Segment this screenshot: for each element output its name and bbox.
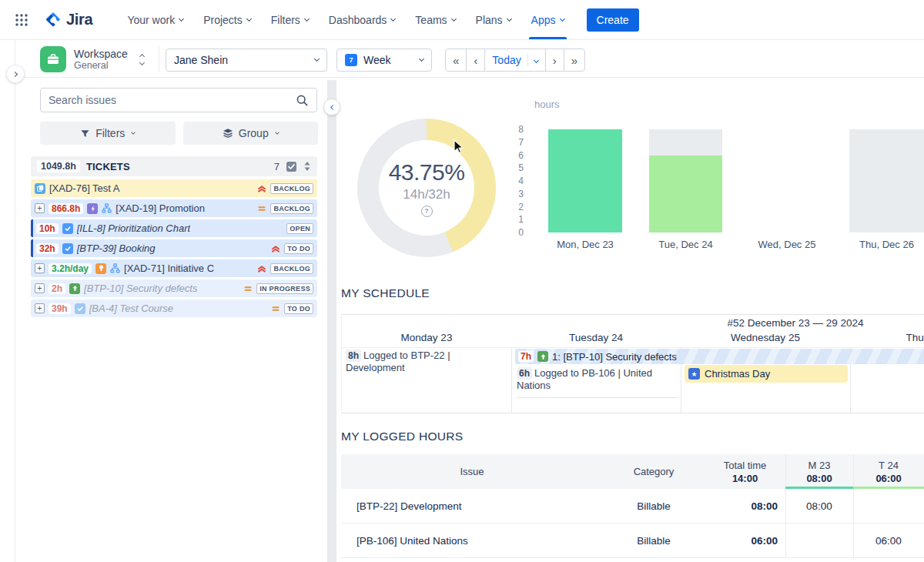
search-icon[interactable] — [296, 94, 309, 107]
utilization-donut-chart[interactable]: 43.75% 14h/32h ? — [357, 119, 496, 257]
bolt-icon — [87, 203, 98, 214]
status-badge: BACKLOG — [270, 183, 313, 194]
nav-item-teams[interactable]: Teams — [405, 0, 465, 39]
column-header-category[interactable]: Category — [603, 465, 705, 478]
improvement-icon — [69, 283, 80, 294]
y-axis-tick: 2 — [505, 201, 524, 213]
status-badge: IN PROGRESS — [256, 283, 313, 294]
logged-work-item[interactable]: 6hLogged to PB-106 | United Nations — [517, 367, 678, 398]
logged-hours-heading: MY LOGGED HOURS — [341, 430, 463, 443]
nav-item-label: Filters — [271, 14, 300, 26]
nav-item-dashboards[interactable]: Dashboards — [319, 0, 406, 39]
schedule-heading: MY SCHEDULE — [341, 286, 430, 300]
nav-item-label: Teams — [415, 14, 447, 26]
logged-hours-badge: 6h — [517, 367, 532, 380]
fast-forward-button[interactable]: » — [564, 49, 585, 72]
priority-highest-icon — [257, 184, 266, 193]
expand-icon[interactable]: + — [35, 203, 45, 213]
row-issue: [PB-106] United Nations — [341, 535, 603, 547]
status-badge: BACKLOG — [270, 203, 313, 214]
today-label: Today — [492, 54, 521, 66]
nav-item-your-work[interactable]: Your work — [117, 0, 193, 39]
nav-item-plans[interactable]: Plans — [466, 0, 521, 39]
jira-logo-icon — [45, 11, 62, 28]
nav-item-apps[interactable]: Apps — [521, 0, 574, 39]
ticket-row[interactable]: 10h[ILL-8] Prioritization ChartOPEN — [31, 219, 317, 237]
group-button[interactable]: Group — [183, 122, 319, 145]
capacity-bar[interactable] — [649, 129, 722, 156]
panel-resize-stripe[interactable] — [327, 80, 336, 562]
app-switcher-icon[interactable] — [11, 12, 32, 28]
nav-item-filters[interactable]: Filters — [261, 0, 319, 39]
ticket-summary: [XAD-76] Test A — [49, 182, 120, 194]
button-divider — [527, 54, 528, 66]
period-select[interactable]: 7 Week — [336, 49, 432, 72]
column-header-issue[interactable]: Issue — [341, 465, 603, 478]
scheduled-task-bar[interactable]: 7h 1: [BTP-10] Security defects — [515, 349, 924, 364]
sort-icon[interactable] — [303, 161, 311, 172]
column-header-day1[interactable]: M 23 08:00 — [785, 459, 853, 485]
holiday-event[interactable]: ★ Christmas Day — [685, 365, 848, 383]
logged-hours-row[interactable]: [PB-106] United NationsBillable06:0006:0… — [341, 524, 924, 558]
hierarchy-icon — [110, 263, 120, 273]
briefcase-icon — [46, 52, 60, 66]
x-axis-label: Wed, Dec 25 — [737, 239, 837, 250]
today-button[interactable]: Today — [484, 49, 545, 72]
sidebar-button-row: Filters Group — [40, 122, 318, 145]
fast-backward-button[interactable]: « — [445, 49, 467, 72]
tickets-section-header[interactable]: 1049.8h TICKETS 7 — [31, 156, 317, 176]
ticket-row[interactable]: 32h[BTP-39] BookingTO DO — [31, 239, 317, 257]
expand-icon[interactable]: + — [35, 283, 45, 293]
hierarchy-icon — [102, 203, 112, 213]
ticket-row[interactable]: [XAD-76] Test ABACKLOG — [31, 179, 317, 197]
chevron-down-icon — [419, 56, 424, 62]
expand-icon[interactable]: + — [35, 303, 45, 313]
collapse-left-panel-button[interactable] — [323, 99, 340, 115]
priority-medium-icon — [271, 304, 280, 313]
task-icon — [75, 303, 85, 314]
chevron-right-icon — [12, 71, 17, 76]
jira-logo[interactable]: Jira — [40, 11, 97, 28]
select-all-checkbox-icon[interactable] — [286, 161, 297, 172]
create-button[interactable]: Create — [587, 8, 639, 32]
logged-hours-bar[interactable] — [548, 129, 622, 232]
chevron-down-icon — [246, 15, 252, 21]
ticket-row[interactable]: +866.8h[XAD-19] PromotionBACKLOG — [31, 199, 317, 217]
search-input[interactable] — [49, 94, 296, 106]
row-total: 08:00 — [705, 500, 785, 512]
y-axis-tick: 5 — [505, 162, 524, 174]
ticket-row[interactable]: +2h[BTP-10] Security defectsIN PROGRESS — [31, 279, 317, 297]
ticket-row[interactable]: +3.2h/day[XAD-71] Initiative CBACKLOG — [31, 259, 317, 277]
ticket-row[interactable]: +39h[BA-4] Test CourseTO DO — [31, 299, 317, 317]
workspace-title: Workspace — [74, 48, 128, 60]
column-header-day2[interactable]: T 24 06:00 — [853, 459, 924, 485]
logged-hours-row[interactable]: [BTP-22] DevelopmentBillable08:0008:00 — [341, 489, 924, 524]
forward-button[interactable]: › — [545, 49, 564, 72]
holiday-star-icon: ★ — [688, 368, 700, 380]
user-select-value: Jane Shein — [174, 54, 228, 66]
filters-button[interactable]: Filters — [40, 122, 176, 145]
column-header-total[interactable]: Total time 14:00 — [705, 459, 785, 485]
expand-left-panel-button[interactable] — [6, 65, 25, 83]
ticket-summary: [ILL-8] Prioritization Chart — [77, 222, 190, 234]
week-label: #52 December 23 — 29 2024 — [727, 317, 863, 329]
capacity-bar[interactable] — [849, 129, 924, 232]
status-badge: BACKLOG — [270, 263, 313, 274]
help-icon[interactable]: ? — [421, 206, 433, 217]
logged-work-item[interactable]: 8hLogged to BTP-22 | Development — [346, 350, 509, 374]
total-value: 14:00 — [705, 472, 785, 485]
ticket-summary: [BTP-10] Security defects — [84, 283, 197, 294]
logged-hours-bar[interactable] — [649, 156, 722, 233]
user-select[interactable]: Jane Shein — [166, 49, 327, 72]
bar-chart-axis-title: hours — [534, 99, 560, 110]
workspace-selector[interactable]: Workspace General — [40, 46, 144, 72]
table-column-divider — [853, 454, 854, 558]
schedule-day-header: Monday 23 — [342, 332, 511, 343]
tickets-total-hours: 1049.8h — [37, 160, 80, 172]
backward-button[interactable]: ‹ — [466, 49, 485, 72]
nav-item-projects[interactable]: Projects — [193, 0, 261, 39]
expand-icon[interactable]: + — [35, 263, 45, 273]
chevron-down-icon — [390, 15, 396, 21]
ticket-summary: [XAD-71] Initiative C — [124, 263, 214, 274]
chevron-down-icon — [304, 15, 310, 21]
